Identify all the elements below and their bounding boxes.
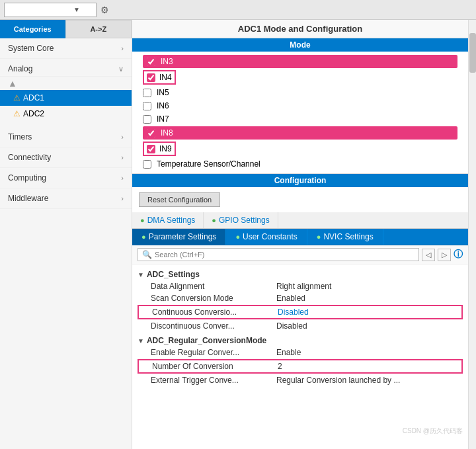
row-cont-conv: Continuous Conversio... Disabled: [138, 305, 463, 319]
checkbox-in6[interactable]: [143, 102, 151, 110]
reset-config-button[interactable]: Reset Configuration: [139, 192, 220, 207]
scrollbar[interactable]: [468, 20, 476, 449]
settings-group-regular: ▼ ADC_Regular_ConversionMode Enable Regu…: [138, 335, 463, 386]
config-section: Configuration Reset Configuration ● DMA …: [132, 174, 468, 449]
mode-item-in3: IN3: [143, 55, 457, 68]
tab-gpio-settings[interactable]: ● GPIO Settings: [204, 212, 278, 228]
sidebar-item-computing[interactable]: Computing ›: [0, 168, 132, 188]
mode-item-in8: IN8: [143, 126, 457, 140]
tab-param-settings[interactable]: ● Parameter Settings: [132, 229, 226, 245]
mode-item-in7: IN7: [143, 112, 457, 126]
chevron-right-icon-comp: ›: [121, 174, 124, 182]
chevron-right-icon-conn: ›: [121, 153, 124, 161]
value-enable-regular: Enable: [276, 348, 463, 357]
label-enable-regular: Enable Regular Conver...: [151, 348, 276, 357]
checkbox-in4[interactable]: [147, 73, 155, 82]
mode-item-in6: IN6: [143, 99, 457, 112]
chevron-down-icon: ∨: [118, 65, 124, 73]
sidebar-label-analog: Analog: [8, 64, 32, 73]
top-search-box[interactable]: ▼: [4, 3, 97, 17]
settings-search-box[interactable]: 🔍: [138, 248, 419, 261]
mode-label-temp: Temperature Sensor/Channel: [157, 159, 260, 169]
checkbox-in9[interactable]: [147, 145, 155, 153]
main-area: Categories A->Z System Core › Analog ∨ ▲…: [0, 20, 476, 449]
settings-search-input[interactable]: [155, 251, 415, 259]
dropdown-arrow[interactable]: ▼: [73, 6, 80, 13]
content-area: ADC1 Mode and Configuration Mode IN3 IN4: [132, 20, 468, 449]
row-discont-conv: Discontinuous Conver... Disabled: [138, 320, 463, 332]
gear-icon[interactable]: ⚙: [100, 5, 109, 15]
tab-az[interactable]: A->Z: [65, 20, 132, 38]
info-button[interactable]: ⓘ: [454, 249, 463, 261]
checkbox-temp[interactable]: [143, 160, 151, 169]
mode-label-in3: IN3: [161, 57, 173, 66]
warn-icon-adc1: ⚠: [13, 93, 20, 102]
row-num-conv: Number Of Conversion 2: [138, 359, 463, 374]
sidebar-item-middleware[interactable]: Middleware ›: [0, 188, 132, 209]
sidebar-label-system-core: System Core: [8, 44, 54, 53]
label-num-conv: Number Of Conversion: [152, 362, 278, 371]
value-cont-conv: Disabled: [278, 307, 461, 317]
scroll-thumb[interactable]: [469, 33, 476, 73]
sidebar-tabs: Categories A->Z: [0, 20, 132, 38]
row-data-alignment: Data Alignment Right alignment: [138, 280, 463, 292]
settings-group-adc: ▼ ADC_Settings Data Alignment Right alig…: [138, 268, 463, 332]
sidebar-label-timers: Timers: [8, 132, 32, 142]
sidebar-item-adc1[interactable]: ⚠ ADC1: [0, 90, 132, 106]
checkbox-in5[interactable]: [143, 89, 151, 97]
mode-label-in6: IN6: [157, 101, 169, 110]
search-row: 🔍 ◁ ▷ ⓘ: [132, 245, 468, 265]
sidebar-item-analog[interactable]: Analog ∨: [0, 59, 132, 77]
tab-categories[interactable]: Categories: [0, 20, 65, 38]
tab-user-constants[interactable]: ● User Constants: [226, 229, 307, 245]
label-cont-conv: Continuous Conversio...: [152, 307, 278, 317]
group-name-regular: ADC_Regular_ConversionMode: [147, 336, 266, 345]
checkbox-in8[interactable]: [147, 129, 155, 138]
check-icon-dma: ●: [140, 216, 145, 224]
tab-row-2: ● Parameter Settings ● User Constants ● …: [132, 229, 468, 245]
check-icon-nvic: ●: [317, 233, 321, 241]
chevron-right-icon: ›: [121, 44, 124, 52]
sidebar-label-connectivity: Connectivity: [8, 153, 51, 162]
row-enable-regular: Enable Regular Conver... Enable: [138, 347, 463, 358]
config-header: Configuration: [132, 174, 468, 187]
sidebar-item-timers[interactable]: Timers ›: [0, 127, 132, 147]
value-num-conv: 2: [278, 362, 461, 371]
chevron-right-icon-mw: ›: [121, 194, 124, 202]
label-data-alignment: Data Alignment: [151, 282, 276, 291]
label-ext-trigger: External Trigger Conve...: [151, 376, 276, 385]
sidebar-item-connectivity[interactable]: Connectivity ›: [0, 147, 132, 168]
sidebar-label-middleware: Middleware: [8, 194, 48, 203]
watermark: CSDN @历久代码客: [403, 427, 463, 436]
label-discont-conv: Discontinuous Conver...: [151, 321, 276, 331]
sidebar-item-adc2[interactable]: ⚠ ADC2: [0, 106, 132, 122]
checkbox-in3[interactable]: [147, 58, 155, 66]
mode-label-in8: IN8: [161, 128, 173, 138]
sidebar-item-system-core[interactable]: System Core ›: [0, 38, 132, 59]
mode-label-in5: IN5: [157, 88, 169, 97]
checkbox-in7[interactable]: [143, 115, 151, 124]
mode-label-in4: IN4: [159, 73, 172, 82]
value-ext-trigger: Regular Conversion launched by ...: [276, 376, 463, 385]
mode-item-in9: IN9: [143, 142, 176, 156]
nav-prev-button[interactable]: ◁: [422, 249, 435, 261]
mode-label-in7: IN7: [157, 114, 169, 124]
mode-item-in5: IN5: [143, 86, 457, 99]
mode-section: Mode IN3 IN4 IN5: [132, 38, 468, 174]
sidebar-label-adc1: ADC1: [23, 93, 44, 102]
top-search-input[interactable]: [7, 6, 73, 14]
tab-nvic-settings[interactable]: ● NVIC Settings: [307, 229, 383, 245]
page-title: ADC1 Mode and Configuration: [132, 20, 468, 38]
top-bar: ▼ ⚙: [0, 0, 476, 20]
group-name-adc: ADC_Settings: [147, 270, 200, 279]
check-icon-user: ●: [235, 233, 240, 241]
tab-label-param: Parameter Settings: [149, 232, 217, 241]
tab-row-1: ● DMA Settings ● GPIO Settings: [132, 212, 468, 229]
tab-dma-settings[interactable]: ● DMA Settings: [132, 212, 204, 228]
nav-next-button[interactable]: ▷: [438, 249, 451, 261]
label-scan-conv: Scan Conversion Mode: [151, 294, 276, 303]
mode-item-temp: Temperature Sensor/Channel: [143, 157, 457, 171]
tab-label-nvic: NVIC Settings: [323, 232, 373, 241]
check-icon-gpio: ●: [212, 216, 216, 224]
expand-icon-adc: ▼: [138, 271, 144, 278]
